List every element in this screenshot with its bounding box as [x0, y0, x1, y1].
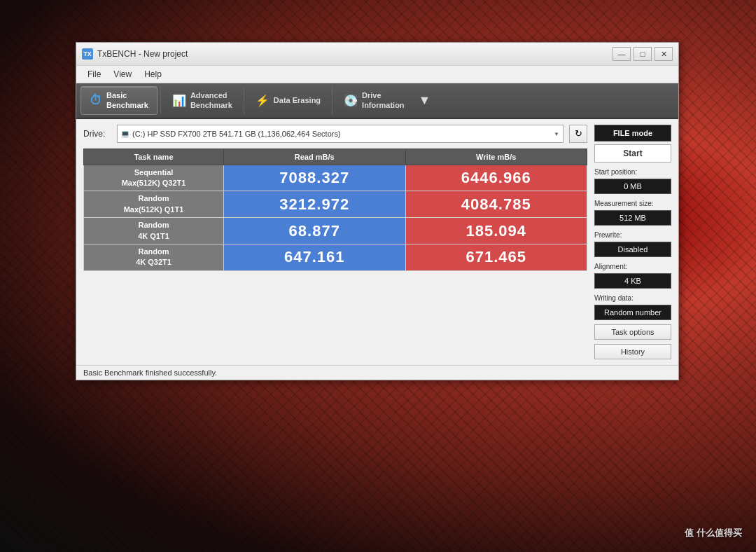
read-value: 7088.327 — [279, 169, 349, 186]
measurement-label: Measurement size: — [594, 200, 671, 207]
write-value: 6446.966 — [461, 169, 531, 186]
prewrite-label: Prewrite: — [594, 231, 671, 239]
writing-value[interactable]: Random number — [594, 305, 671, 320]
toolbar-drive-info[interactable]: 💽 Drive Information — [335, 87, 413, 114]
write-value-cell: 671.465 — [405, 244, 587, 270]
write-value-cell: 185.094 — [405, 218, 587, 244]
titlebar-controls: — □ ✕ — [612, 47, 673, 61]
main-area: Drive: 💻 (C:) HP SSD FX700 2TB 541.71 GB… — [83, 125, 587, 359]
read-value-cell: 68.877 — [224, 218, 406, 244]
minimize-button[interactable]: — — [612, 47, 631, 61]
drive-info-label: Drive Information — [362, 90, 405, 111]
writing-label: Writing data: — [594, 294, 671, 302]
titlebar-left: TX TxBENCH - New project — [82, 48, 188, 60]
toolbar-separator-1 — [160, 86, 161, 114]
task-name-cell: Random Max(512K) Q1T1 — [84, 191, 224, 218]
toolbar-data-erasing[interactable]: ⚡ Data Erasing — [247, 90, 329, 111]
prewrite-value[interactable]: Disabled — [594, 242, 671, 257]
toolbar-basic-benchmark[interactable]: ⏱ Basic Benchmark — [80, 86, 158, 115]
status-text: Basic Benchmark finished successfully. — [83, 368, 217, 377]
drive-refresh-button[interactable]: ↻ — [569, 125, 587, 143]
col-header-task: Task name — [84, 149, 224, 165]
toolbar-separator-2 — [244, 86, 244, 114]
alignment-value[interactable]: 4 KB — [594, 273, 671, 289]
window-title: TxBENCH - New project — [97, 49, 188, 59]
toolbar-more-button[interactable]: ▼ — [414, 90, 435, 111]
col-header-write: Write mB/s — [405, 149, 587, 165]
write-value: 185.094 — [465, 222, 526, 240]
task-name-cell: Sequential Max(512K) Q32T1 — [84, 165, 224, 191]
task-options-button[interactable]: Task options — [594, 324, 671, 340]
history-button[interactable]: History — [594, 344, 671, 359]
table-row: Random 4K Q32T1647.161671.465 — [84, 244, 587, 270]
read-value-cell: 647.161 — [224, 244, 406, 270]
menu-view[interactable]: View — [108, 67, 137, 81]
data-erasing-icon: ⚡ — [255, 94, 270, 107]
toolbar-advanced-benchmark[interactable]: 📊 Advanced Benchmark — [164, 87, 241, 114]
file-mode-button[interactable]: FILE mode — [594, 125, 671, 142]
read-value-cell: 7088.327 — [224, 165, 406, 191]
col-header-read: Read mB/s — [224, 149, 406, 165]
alignment-label: Alignment: — [594, 263, 671, 270]
drive-select[interactable]: 💻 (C:) HP SSD FX700 2TB 541.71 GB (1,136… — [117, 125, 564, 143]
app-icon: TX — [82, 48, 93, 60]
table-row: Random 4K Q1T168.877185.094 — [84, 218, 587, 244]
measurement-value[interactable]: 512 MB — [594, 210, 671, 226]
data-erasing-label: Data Erasing — [274, 96, 321, 104]
read-value: 647.161 — [284, 248, 345, 265]
watermark: 值 什么值得买 — [685, 527, 742, 539]
write-value: 4084.785 — [461, 195, 531, 213]
basic-benchmark-icon: ⏱ — [90, 93, 102, 108]
read-value: 3212.972 — [279, 195, 349, 213]
close-button[interactable]: ✕ — [654, 47, 673, 61]
drive-selector-row: Drive: 💻 (C:) HP SSD FX700 2TB 541.71 GB… — [83, 125, 587, 143]
maximize-button[interactable]: □ — [634, 47, 652, 61]
read-value: 68.877 — [289, 222, 340, 240]
advanced-benchmark-icon: 📊 — [172, 94, 186, 107]
table-row: Random Max(512K) Q1T13212.9724084.785 — [84, 191, 587, 218]
advanced-benchmark-label: Advanced Benchmark — [190, 90, 232, 111]
drive-info-icon: 💽 — [344, 94, 358, 107]
start-position-label: Start position: — [594, 168, 671, 176]
results-table: Task name Read mB/s Write mB/s Sequentia… — [83, 149, 587, 271]
start-position-value[interactable]: 0 MB — [594, 179, 671, 194]
drive-select-wrapper: 💻 (C:) HP SSD FX700 2TB 541.71 GB (1,136… — [117, 125, 564, 143]
drive-label: Drive: — [83, 129, 111, 139]
main-window: TX TxBENCH - New project — □ ✕ File View… — [76, 42, 679, 380]
menu-help[interactable]: Help — [139, 67, 167, 81]
write-value: 671.465 — [465, 248, 526, 265]
basic-benchmark-label: Basic Benchmark — [106, 90, 148, 111]
right-panel: FILE mode Start Start position: 0 MB Mea… — [594, 125, 671, 359]
menu-file[interactable]: File — [82, 67, 106, 81]
start-button[interactable]: Start — [594, 144, 671, 163]
menubar: File View Help — [76, 66, 678, 83]
task-name-cell: Random 4K Q1T1 — [84, 218, 224, 244]
statusbar: Basic Benchmark finished successfully. — [76, 365, 678, 380]
toolbar-separator-3 — [332, 86, 332, 114]
toolbar: ⏱ Basic Benchmark 📊 Advanced Benchmark ⚡… — [76, 83, 678, 119]
read-value-cell: 3212.972 — [224, 191, 406, 218]
write-value-cell: 6446.966 — [405, 165, 587, 191]
write-value-cell: 4084.785 — [405, 191, 587, 218]
content-area: Drive: 💻 (C:) HP SSD FX700 2TB 541.71 GB… — [76, 119, 678, 365]
table-row: Sequential Max(512K) Q32T17088.3276446.9… — [84, 165, 587, 191]
titlebar: TX TxBENCH - New project — □ ✕ — [76, 43, 678, 66]
task-name-cell: Random 4K Q32T1 — [84, 244, 224, 270]
